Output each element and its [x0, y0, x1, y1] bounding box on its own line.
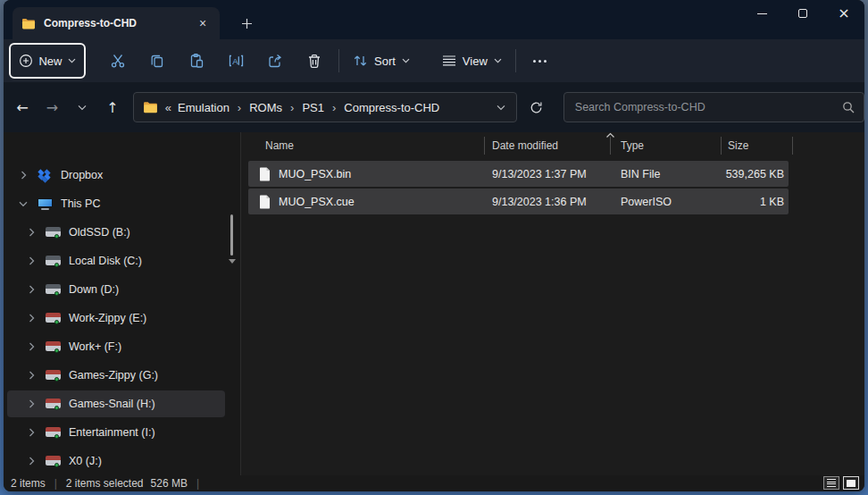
- up-button[interactable]: ↑: [97, 92, 128, 122]
- refresh-button[interactable]: [522, 92, 552, 122]
- breadcrumb-overflow-indicator[interactable]: «: [165, 101, 172, 114]
- rename-button[interactable]: A: [216, 45, 255, 77]
- view-label: View: [463, 55, 488, 68]
- delete-button[interactable]: [295, 45, 334, 77]
- chevron-down-icon[interactable]: [16, 201, 30, 207]
- sidebar-item-label: OldSSD (B:): [69, 226, 130, 239]
- tab-compress-to-chd[interactable]: Compress-to-CHD ×: [13, 7, 220, 39]
- search-icon[interactable]: [842, 101, 855, 113]
- rename-icon: A: [228, 54, 245, 68]
- sidebar-item-drive-g[interactable]: Games-Zippy (G:): [7, 362, 225, 389]
- maximize-icon: [798, 9, 807, 18]
- drive-red-icon: [44, 427, 62, 438]
- new-tab-button[interactable]: [234, 11, 259, 36]
- close-icon: ×: [838, 6, 849, 21]
- chevron-right-icon[interactable]: [24, 457, 38, 466]
- sidebar-item-label: Games-Snail (H:): [69, 398, 155, 410]
- maximize-button[interactable]: [782, 0, 823, 27]
- computer-icon: [36, 198, 54, 210]
- chevron-right-icon[interactable]: [24, 399, 38, 408]
- sidebar-item-this-pc[interactable]: This PC: [7, 190, 225, 217]
- minimize-icon: [757, 13, 767, 14]
- chevron-right-icon[interactable]: [24, 285, 38, 294]
- file-row-muo-psx-bin[interactable]: MUO_PSX.bin 9/13/2023 1:37 PM BIN File 5…: [248, 161, 789, 187]
- content-area: Dropbox This PC OldSSD (B:) Local Disk (…: [4, 132, 864, 475]
- sidebar-item-drive-j[interactable]: X0 (J:): [7, 448, 225, 474]
- column-header-date-modified[interactable]: Date modified: [492, 139, 558, 152]
- see-more-button[interactable]: [521, 45, 560, 77]
- scrollbar-arrow-icon[interactable]: [229, 259, 236, 264]
- column-header-name[interactable]: Name: [265, 139, 294, 152]
- status-bar: 2 items | 2 items selected 526 MB |: [4, 475, 864, 491]
- view-button[interactable]: View: [433, 45, 511, 77]
- details-view-button[interactable]: [823, 476, 839, 490]
- column-divider[interactable]: [484, 137, 485, 155]
- sidebar-item-drive-d[interactable]: Down (D:): [7, 276, 225, 303]
- trash-icon: [307, 54, 321, 69]
- view-toggles: [823, 476, 859, 490]
- svg-text:A: A: [232, 56, 238, 66]
- item-count: 2 items: [11, 477, 46, 490]
- new-button[interactable]: New: [9, 43, 86, 79]
- file-row-muo-psx-cue[interactable]: MUO_PSX.cue 9/13/2023 1:36 PM PowerISO 1…: [248, 189, 789, 214]
- breadcrumb-roms[interactable]: ROMs: [247, 101, 284, 114]
- address-bar[interactable]: « Emulation › ROMs › PS1 › Compress-to-C…: [133, 92, 517, 122]
- tab-title: Compress-to-CHD: [44, 17, 193, 29]
- column-divider[interactable]: [792, 137, 793, 155]
- chevron-right-icon[interactable]: [16, 171, 30, 180]
- chevron-right-icon[interactable]: [24, 228, 38, 237]
- sidebar-scrollbar[interactable]: [230, 214, 233, 256]
- close-tab-icon[interactable]: ×: [193, 13, 213, 33]
- sidebar-item-drive-f[interactable]: Work+ (F:): [7, 333, 225, 360]
- column-divider[interactable]: [610, 137, 611, 155]
- column-divider[interactable]: [721, 137, 722, 155]
- file-type: BIN File: [621, 161, 660, 187]
- minimize-button[interactable]: [741, 0, 782, 27]
- paste-icon: [188, 53, 204, 69]
- file-name: MUO_PSX.cue: [279, 196, 355, 208]
- chevron-down-icon: [494, 58, 502, 63]
- close-window-button[interactable]: ×: [823, 0, 864, 27]
- sidebar-item-drive-h[interactable]: Games-Snail (H:): [7, 390, 225, 417]
- sidebar-item-label: X0 (J:): [69, 455, 102, 467]
- chevron-right-icon[interactable]: [24, 428, 38, 437]
- drive-red-icon: [44, 370, 62, 381]
- sidebar-item-drive-b[interactable]: OldSSD (B:): [7, 219, 225, 246]
- forward-button[interactable]: →: [38, 92, 68, 122]
- status-separator: |: [54, 477, 57, 490]
- breadcrumb-emulation[interactable]: Emulation: [176, 101, 231, 114]
- history-dropdown-button[interactable]: [67, 92, 97, 122]
- tab-strip: Compress-to-CHD × ×: [4, 0, 864, 39]
- address-dropdown-icon[interactable]: [493, 105, 509, 111]
- back-button[interactable]: ←: [7, 92, 38, 122]
- file-explorer-window: Compress-to-CHD × × New: [4, 0, 864, 491]
- breadcrumb-ps1[interactable]: PS1: [300, 101, 326, 114]
- paste-button[interactable]: [177, 45, 216, 77]
- chevron-down-icon: [402, 58, 410, 63]
- navigation-pane: Dropbox This PC OldSSD (B:) Local Disk (…: [4, 132, 240, 475]
- chevron-right-icon[interactable]: [24, 314, 38, 323]
- sidebar-item-drive-i[interactable]: Entertainment (I:): [7, 419, 225, 446]
- sort-button[interactable]: Sort: [344, 45, 419, 77]
- drive-icon: [44, 284, 62, 295]
- breadcrumb-compress-to-chd[interactable]: Compress-to-CHD: [342, 101, 441, 114]
- sort-icon: [353, 54, 368, 68]
- navigation-bar: ← → ↑ « Emulation › ROMs › PS1 › Compres…: [4, 82, 864, 132]
- large-icons-view-button[interactable]: [843, 476, 859, 490]
- chevron-right-icon[interactable]: [24, 371, 38, 380]
- cut-button[interactable]: [98, 45, 138, 77]
- sidebar-item-drive-c[interactable]: Local Disk (C:): [7, 248, 225, 274]
- chevron-right-icon[interactable]: [24, 342, 38, 351]
- chevron-down-icon: [68, 58, 76, 63]
- chevron-right-icon[interactable]: [24, 256, 38, 265]
- copy-button[interactable]: [138, 45, 177, 77]
- file-date-modified: 9/13/2023 1:36 PM: [492, 189, 587, 214]
- share-button[interactable]: [255, 45, 295, 77]
- sidebar-item-dropbox[interactable]: Dropbox: [7, 162, 225, 189]
- search-input[interactable]: [575, 101, 842, 113]
- column-header-type[interactable]: Type: [621, 139, 644, 152]
- column-header-size[interactable]: Size: [728, 139, 748, 152]
- refresh-icon: [530, 101, 543, 114]
- toolbar-divider: [515, 49, 516, 72]
- sidebar-item-drive-e[interactable]: Work-Zippy (E:): [7, 305, 225, 331]
